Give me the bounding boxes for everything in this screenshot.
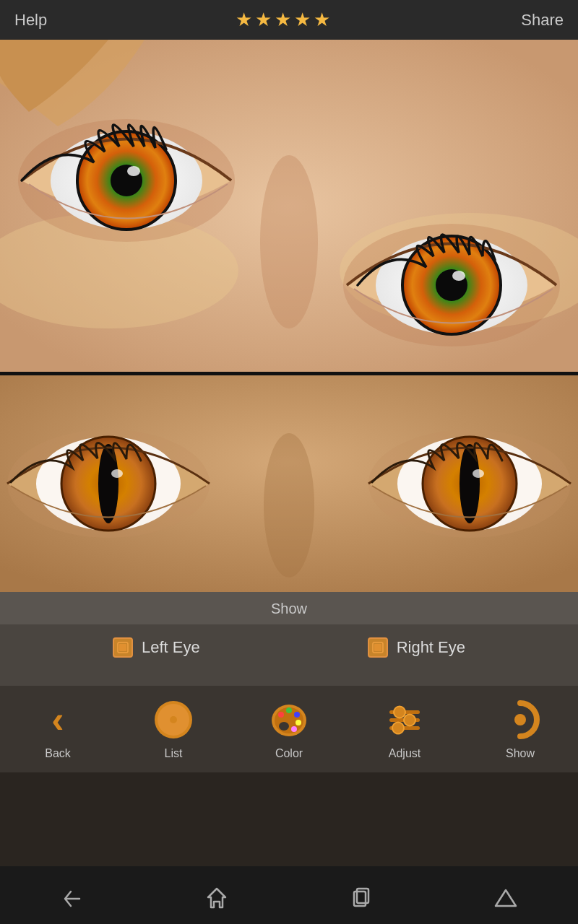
svg-point-50 bbox=[392, 723, 404, 734]
svg-point-29 bbox=[473, 469, 484, 478]
right-eye-option[interactable]: Right Eye bbox=[368, 637, 465, 658]
color-label: Color bbox=[275, 747, 303, 760]
svg-point-17 bbox=[264, 433, 314, 578]
svg-point-9 bbox=[127, 166, 140, 176]
show-panel: Show Left Eye Right Eye bbox=[0, 592, 578, 686]
svg-point-43 bbox=[296, 720, 301, 725]
left-eye-label: Left Eye bbox=[142, 638, 200, 657]
list-icon bbox=[152, 698, 195, 741]
svg-rect-31 bbox=[119, 644, 126, 651]
right-eye-label: Right Eye bbox=[397, 638, 465, 657]
svg-point-15 bbox=[452, 271, 465, 281]
svg-point-40 bbox=[278, 712, 284, 718]
color-icon bbox=[267, 698, 311, 741]
rating-stars[interactable]: ★★★★★ bbox=[236, 9, 333, 31]
bottom-spacer bbox=[0, 772, 578, 866]
adjust-label: Adjust bbox=[389, 747, 420, 760]
show-icon bbox=[499, 698, 542, 741]
adjust-icon bbox=[383, 698, 426, 741]
list-button[interactable]: List bbox=[123, 698, 224, 760]
back-icon: ‹ bbox=[36, 698, 79, 741]
left-eye-option[interactable]: Left Eye bbox=[113, 637, 200, 658]
back-label: Back bbox=[45, 747, 71, 760]
help-button[interactable]: Help bbox=[14, 11, 47, 30]
svg-point-27 bbox=[460, 444, 480, 523]
eye-options: Left Eye Right Eye bbox=[0, 624, 578, 671]
svg-rect-33 bbox=[374, 644, 381, 651]
nav-back-button[interactable] bbox=[59, 886, 85, 912]
show-panel-title: Show bbox=[0, 592, 578, 624]
svg-marker-52 bbox=[208, 889, 225, 907]
nav-menu-button[interactable] bbox=[493, 886, 519, 912]
adjust-button[interactable]: Adjust bbox=[354, 698, 455, 760]
svg-point-21 bbox=[98, 444, 118, 523]
photo-top bbox=[0, 40, 578, 372]
nav-recents-button[interactable] bbox=[348, 886, 374, 912]
share-button[interactable]: Share bbox=[521, 11, 564, 30]
color-button[interactable]: Color bbox=[238, 698, 340, 760]
top-bar: Help ★★★★★ Share bbox=[0, 0, 578, 40]
svg-point-1 bbox=[260, 155, 318, 328]
svg-point-36 bbox=[170, 716, 177, 723]
photo-bottom bbox=[0, 375, 578, 592]
svg-point-48 bbox=[394, 707, 405, 718]
svg-point-42 bbox=[294, 712, 300, 718]
right-eye-checkbox[interactable] bbox=[368, 637, 388, 658]
svg-point-39 bbox=[279, 722, 289, 731]
svg-point-44 bbox=[291, 726, 297, 732]
svg-point-23 bbox=[111, 469, 123, 478]
toolbar: ‹ Back List bbox=[0, 686, 578, 772]
nav-bar bbox=[0, 873, 578, 924]
show-label: Show bbox=[506, 747, 535, 760]
svg-point-41 bbox=[286, 707, 292, 713]
nav-home-button[interactable] bbox=[204, 886, 230, 912]
svg-point-49 bbox=[404, 715, 415, 726]
svg-point-51 bbox=[514, 714, 526, 725]
list-label: List bbox=[165, 747, 183, 760]
show-button[interactable]: Show bbox=[470, 698, 571, 760]
left-eye-checkbox[interactable] bbox=[113, 637, 133, 658]
back-button[interactable]: ‹ Back bbox=[7, 698, 108, 760]
